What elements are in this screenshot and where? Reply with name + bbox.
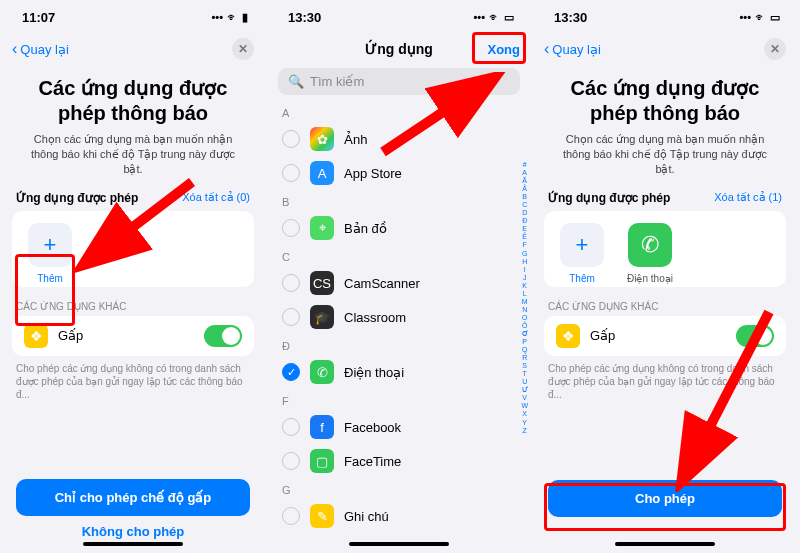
app-icon: ✿ — [310, 127, 334, 151]
signal-icon: ••• — [473, 11, 485, 23]
back-label: Quay lại — [552, 42, 600, 57]
battery-icon: ▭ — [504, 11, 514, 24]
search-field[interactable]: 🔍 Tìm kiếm — [278, 68, 520, 95]
app-icon: f — [310, 415, 334, 439]
app-row[interactable]: 🎓Classroom — [268, 300, 530, 334]
app-row[interactable]: ⌖Bản đồ — [268, 211, 530, 245]
app-label: Ghi chú — [344, 509, 389, 524]
done-label: Xong — [488, 42, 521, 57]
back-button[interactable]: ‹ Quay lại — [544, 40, 601, 58]
checkbox[interactable] — [282, 274, 300, 292]
status-time: 13:30 — [288, 10, 321, 25]
app-row[interactable]: ▢FaceTime — [268, 444, 530, 478]
app-icon: CS — [310, 271, 334, 295]
checkbox[interactable] — [282, 219, 300, 237]
close-button[interactable]: ✕ — [764, 38, 786, 60]
status-time: 13:30 — [554, 10, 587, 25]
add-app-tile[interactable]: + Thêm — [556, 223, 608, 284]
nav-bar: Ứng dụng Xong — [268, 32, 530, 66]
urgent-label: Gấp — [590, 328, 726, 343]
footnote: Cho phép các ứng dụng không có trong dan… — [2, 356, 264, 407]
screen-2: 13:30 ••• ᯤ ▭ Ứng dụng Xong 🔍 Tìm kiếm A… — [268, 2, 530, 549]
search-icon: 🔍 — [288, 74, 304, 89]
app-label: Classroom — [344, 310, 406, 325]
status-bar: 13:30 ••• ᯤ ▭ — [534, 2, 796, 32]
nav-bar: ‹ Quay lại ✕ — [534, 32, 796, 66]
page-title: Các ứng dụng được phép thông báo — [2, 66, 264, 128]
screen-3: 13:30 ••• ᯤ ▭ ‹ Quay lại ✕ Các ứng dụng … — [534, 2, 796, 549]
close-button[interactable]: ✕ — [232, 38, 254, 60]
app-icon: ▢ — [310, 449, 334, 473]
checkbox[interactable] — [282, 164, 300, 182]
section-letter: F — [268, 389, 530, 410]
primary-button[interactable]: Cho phép — [548, 480, 782, 517]
other-apps-header: CÁC ỨNG DỤNG KHÁC — [534, 287, 796, 316]
wifi-icon: ᯤ — [489, 11, 500, 23]
status-bar: 13:30 ••• ᯤ ▭ — [268, 2, 530, 32]
search-placeholder: Tìm kiếm — [310, 74, 364, 89]
app-label: FaceTime — [344, 454, 401, 469]
app-icon: ✎ — [310, 504, 334, 528]
battery-icon: ▮ — [242, 11, 248, 24]
home-indicator — [83, 542, 183, 546]
app-row[interactable]: ✓✆Điện thoại — [268, 355, 530, 389]
page-subtitle: Chọn các ứng dụng mà bạn muốn nhận thông… — [2, 128, 264, 191]
app-label: Facebook — [344, 420, 401, 435]
bottom-area: Chỉ cho phép chế độ gấp Không cho phép — [2, 471, 264, 549]
allowed-label: Ứng dụng được phép — [16, 191, 138, 205]
home-indicator — [615, 542, 715, 546]
checkbox[interactable] — [282, 130, 300, 148]
checkbox[interactable] — [282, 507, 300, 525]
app-list[interactable]: A✿ẢnhAApp StoreB⌖Bản đồCCSCamScanner🎓Cla… — [268, 101, 530, 549]
other-apps-header: CÁC ỨNG DỤNG KHÁC — [2, 287, 264, 316]
app-row[interactable]: CSCamScanner — [268, 266, 530, 300]
done-button[interactable]: Xong — [470, 42, 520, 57]
clear-all-button[interactable]: Xóa tất cả (0) — [182, 191, 250, 204]
app-label: Ảnh — [344, 132, 367, 147]
signal-icon: ••• — [739, 11, 751, 23]
status-bar: 11:07 ••• ᯤ ▮ — [2, 2, 264, 32]
checkbox[interactable] — [282, 308, 300, 326]
urgent-icon: ❖ — [24, 324, 48, 348]
close-icon: ✕ — [770, 42, 780, 56]
urgent-icon: ❖ — [556, 324, 580, 348]
allowed-apps-card: + Thêm ✆ Điện thoại — [544, 211, 786, 287]
back-button[interactable]: ‹ Quay lại — [12, 40, 69, 58]
secondary-button[interactable]: Không cho phép — [82, 524, 185, 539]
allowed-section-header: Ứng dụng được phép Xóa tất cả (0) — [2, 191, 264, 211]
allowed-section-header: Ứng dụng được phép Xóa tất cả (1) — [534, 191, 796, 211]
wifi-icon: ᯤ — [227, 11, 238, 23]
signal-icon: ••• — [211, 11, 223, 23]
allowed-apps-card: + Thêm — [12, 211, 254, 287]
app-icon: A — [310, 161, 334, 185]
phone-label: Điện thoại — [627, 273, 673, 284]
index-bar[interactable]: #AĂÂBCDĐEÊFGHIJKLMNOÔƠPQRSTUƯVWXYZ — [521, 161, 528, 539]
checkbox[interactable] — [282, 452, 300, 470]
status-icons: ••• ᯤ ▭ — [739, 11, 780, 24]
checkbox[interactable]: ✓ — [282, 363, 300, 381]
checkbox[interactable] — [282, 418, 300, 436]
plus-icon: + — [28, 223, 72, 267]
urgent-toggle[interactable] — [204, 325, 242, 347]
close-icon: ✕ — [238, 42, 248, 56]
footnote: Cho phép các ứng dụng không có trong dan… — [534, 356, 796, 407]
app-row[interactable]: fFacebook — [268, 410, 530, 444]
app-row[interactable]: ✎Ghi chú — [268, 499, 530, 533]
chevron-left-icon: ‹ — [544, 40, 549, 58]
urgent-toggle[interactable] — [736, 325, 774, 347]
status-time: 11:07 — [22, 10, 55, 25]
back-label: Quay lại — [20, 42, 68, 57]
page-subtitle: Chọn các ứng dụng mà bạn muốn nhận thông… — [534, 128, 796, 191]
primary-button[interactable]: Chỉ cho phép chế độ gấp — [16, 479, 250, 516]
allowed-app-phone[interactable]: ✆ Điện thoại — [624, 223, 676, 284]
clear-all-button[interactable]: Xóa tất cả (1) — [714, 191, 782, 204]
app-label: CamScanner — [344, 276, 420, 291]
page-title: Các ứng dụng được phép thông báo — [534, 66, 796, 128]
app-row[interactable]: AApp Store — [268, 156, 530, 190]
nav-title: Ứng dụng — [365, 41, 433, 57]
section-letter: A — [268, 101, 530, 122]
add-app-tile[interactable]: + Thêm — [24, 223, 76, 284]
section-letter: G — [268, 478, 530, 499]
app-row[interactable]: ✿Ảnh — [268, 122, 530, 156]
bottom-area: Cho phép — [534, 472, 796, 549]
